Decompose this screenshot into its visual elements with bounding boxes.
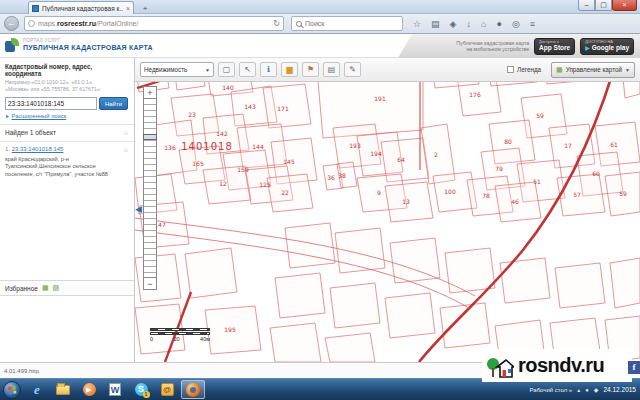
parcel-polygon[interactable] [275,273,325,318]
map-area[interactable]: 1401431712314213614414516515912125262219… [135,58,640,362]
zoom-slider-handle[interactable] [143,134,157,140]
taskbar-ie-icon[interactable]: e [25,380,49,399]
map-manage-button[interactable]: ▦ Управление картой ▼ [551,62,635,78]
downloads-icon[interactable]: ↓ [467,16,472,32]
parcel-label: 57 [573,191,581,198]
taskbar-firefox-icon[interactable] [181,380,205,399]
system-tray: Рабочий стол » ▴ ● ◆ 24.12.2015 [530,386,640,393]
parcel-label: 165 [192,160,204,167]
parcel-label: 13 [402,198,410,205]
parcel-polygon[interactable] [557,174,605,216]
identify-tool-button[interactable]: ↖ [239,62,256,77]
scale-label-40: 40м [200,336,210,342]
zoom-out-button[interactable]: − [143,277,157,290]
search-icon [296,21,302,27]
taskbar-explorer-icon[interactable] [51,380,75,399]
reload-icon[interactable]: ↻ [273,19,280,28]
search-section-title: Кадастровый номер, адрес, координата [5,63,129,77]
back-button[interactable]: ← [4,16,19,31]
bookmark-star-icon[interactable]: ☆ [413,16,421,32]
find-button[interactable]: Найти [99,97,128,110]
sidebar-collapse-arrow-icon[interactable]: ◀ [135,200,144,218]
tab-close-icon[interactable]: × [126,5,130,12]
parcel-polygon[interactable] [385,293,435,338]
parcel-polygon[interactable] [440,303,490,348]
url-bar[interactable]: maps.rosreestr.ru/PortalOnline/ ↻ [24,16,284,31]
parcel-polygon[interactable] [185,248,237,298]
favorites-add-icon[interactable]: ▨ [53,284,60,292]
googleplay-badge[interactable]: ДОСТУПНО НА ▶Google play [580,38,634,55]
result-star-icon[interactable]: ☆ [123,146,129,154]
results-header-row: Найден 1 объект ☆ [0,125,134,142]
url-text: maps.rosreestr.ru/PortalOnline/ [38,20,270,27]
zoom-slider-track[interactable] [143,99,157,277]
facebook-icon[interactable]: f [628,361,640,374]
favorites-label: Избранное [5,285,38,292]
object-info-button[interactable]: ℹ [260,62,277,77]
parcel-polygon[interactable] [610,258,640,308]
parcel-label: 140 [222,84,234,91]
site-identity-icon[interactable] [28,20,35,27]
statistics-button[interactable]: ▆ [281,62,298,77]
browser-tab[interactable]: Публичная кадастровая к... × [28,1,134,14]
parcel-polygon[interactable] [335,228,385,273]
minimize-button[interactable]: – [578,0,595,11]
browser-search-input[interactable] [305,20,398,27]
parcel-label: 144 [252,143,264,150]
panel-icon[interactable]: ◈ [450,16,457,32]
result-address: край Краснодарский, р-н Туапсинский,Шепс… [5,156,129,179]
taskbar-mediaplayer-icon[interactable]: ▶ [77,380,101,399]
menu-icon[interactable]: ≡ [530,16,535,32]
parcel-polygon[interactable] [135,254,181,302]
home-icon[interactable]: ⌂ [481,16,486,32]
result-cadastral-link[interactable]: 23:33:1401018:145 [12,146,64,152]
browser-search-bar[interactable] [291,16,403,31]
tray-volume-icon[interactable]: ● [585,387,589,393]
taskbar-outlook-icon[interactable]: @ [155,380,179,399]
browser-navbar: ← maps.rosreestr.ru/PortalOnline/ ↻ ☆ ▤ … [0,14,640,34]
maximize-button[interactable]: ▢ [595,0,612,11]
taskbar-skype-icon[interactable]: S1 [129,380,153,399]
mobile-promo-panel: Публичная кадастровая карта на мобильном… [398,34,640,58]
extension-icon-2[interactable]: ◎ [512,16,520,32]
zoom-in-button[interactable]: + [143,86,157,99]
parcel-polygon[interactable] [270,323,321,362]
parcel-polygon[interactable] [285,223,335,268]
layers-grid-icon: ▦ [556,66,563,74]
parcel-polygon[interactable] [500,258,550,303]
marker-button[interactable]: ⚑ [302,62,319,77]
tray-updates-icon[interactable]: ▴ [577,386,580,393]
legend-checkbox[interactable] [507,66,514,73]
bookmarks-menu-icon[interactable]: ▤ [431,16,440,32]
select-area-tool-button[interactable]: ▢ [218,62,235,77]
desktop-toolbar-label[interactable]: Рабочий стол » [530,387,573,393]
extension-icon-1[interactable]: ● [496,16,501,32]
chevron-down-icon: ▼ [205,67,210,73]
rosreestr-logo-icon[interactable] [5,38,20,53]
new-tab-button[interactable]: + [138,3,152,14]
print-button[interactable]: ▤ [323,62,340,77]
parcel-polygon[interactable] [445,248,495,293]
parcel-polygon[interactable] [267,174,313,212]
window-controls: – ▢ × [578,0,637,11]
advanced-search-link[interactable]: ► Расширенный поиск [5,113,129,119]
start-button[interactable] [3,381,21,399]
parcel-label: 9 [377,189,381,196]
cadastral-search-input[interactable] [5,97,97,110]
draw-tool-button[interactable]: ✎ [344,62,361,77]
favorites-grid-icon[interactable]: ▦ [42,284,49,292]
tray-network-icon[interactable]: ◆ [594,386,599,393]
realty-type-dropdown[interactable]: Недвижимость ▼ [140,62,214,77]
close-button[interactable]: × [612,0,637,11]
search-result-item[interactable]: 1. 23:33:1401018:145 ☆ край Краснодарски… [0,142,134,183]
map-canvas[interactable]: 1401431712314213614414516515912125262219… [135,58,640,362]
results-star-icon[interactable]: ☆ [123,129,129,137]
favorites-bar[interactable]: Избранное ▦ ▨ [0,280,134,296]
parcel-polygon[interactable] [325,333,375,362]
taskbar-word-icon[interactable]: W [103,380,127,399]
parcel-polygon[interactable] [555,263,605,308]
parcel-polygon[interactable] [330,283,380,328]
parcel-label: 17 [564,142,572,149]
legend-toggle[interactable]: Легенда [507,66,541,73]
appstore-badge[interactable]: Доступно в App Store [534,38,575,55]
